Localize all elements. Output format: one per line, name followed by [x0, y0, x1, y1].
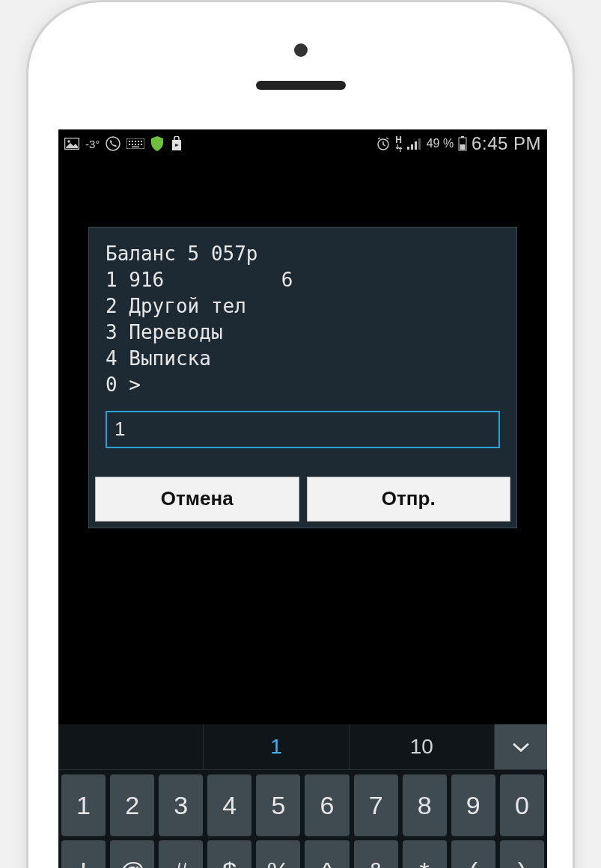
svg-rect-7	[138, 141, 139, 142]
battery-icon	[458, 136, 467, 151]
keyboard-indicator-icon	[126, 138, 144, 149]
phone-screen: -3° H	[58, 129, 547, 868]
svg-rect-12	[138, 144, 139, 145]
status-bar-left: -3°	[64, 136, 183, 151]
phone-camera	[294, 43, 308, 57]
keyboard: 1 10 1234567890 !@#$%^&*()	[58, 724, 547, 868]
phone-speaker	[256, 81, 346, 90]
status-bar: -3° H	[58, 129, 547, 158]
svg-rect-22	[460, 144, 466, 150]
send-button[interactable]: Отпр.	[307, 477, 511, 522]
suggestion-bar: 1 10	[58, 724, 547, 770]
svg-rect-18	[415, 141, 417, 150]
chevron-down-icon	[511, 741, 531, 753]
symbol-key-7[interactable]: *	[403, 840, 447, 868]
ussd-input[interactable]	[106, 411, 500, 448]
signal-icon	[407, 138, 422, 150]
svg-rect-11	[135, 144, 136, 145]
ussd-message: Баланс 5 057р 1 916 6 2 Другой тел 3 Пер…	[106, 241, 500, 399]
digit-key-5[interactable]: 6	[305, 774, 349, 836]
shield-icon	[150, 136, 164, 151]
svg-point-1	[67, 140, 70, 143]
svg-rect-13	[141, 144, 142, 145]
svg-rect-9	[129, 144, 130, 145]
symbol-key-5[interactable]: ^	[305, 840, 349, 868]
digit-key-7[interactable]: 8	[403, 774, 447, 836]
network-type-icon: H	[395, 135, 403, 152]
phone-shell: -3° H	[26, 0, 575, 868]
symbol-key-6[interactable]: &	[354, 840, 398, 868]
svg-rect-19	[418, 138, 421, 150]
digit-key-2[interactable]: 3	[159, 774, 203, 836]
cancel-button[interactable]: Отмена	[95, 477, 299, 522]
digit-key-3[interactable]: 4	[207, 774, 251, 836]
symbol-key-1[interactable]: @	[110, 840, 154, 868]
svg-rect-6	[135, 141, 136, 142]
alarm-icon	[376, 136, 391, 151]
dialog-body: Баланс 5 057р 1 916 6 2 Другой тел 3 Пер…	[89, 227, 516, 471]
suggestion-3[interactable]: 10	[350, 724, 495, 769]
ussd-dialog: Баланс 5 057р 1 916 6 2 Другой тел 3 Пер…	[88, 227, 517, 528]
keyboard-row-1: 1234567890	[61, 774, 544, 836]
svg-rect-4	[129, 141, 130, 142]
keyboard-row-2: !@#$%^&*()	[61, 840, 544, 868]
symbol-key-2[interactable]: #	[159, 840, 203, 868]
suggestion-1[interactable]	[58, 724, 204, 769]
symbol-key-3[interactable]: $	[207, 840, 251, 868]
symbol-key-9[interactable]: )	[500, 840, 544, 868]
svg-rect-17	[411, 144, 413, 150]
keyboard-rows: 1234567890 !@#$%^&*()	[58, 770, 547, 868]
play-store-icon	[170, 136, 183, 151]
digit-key-4[interactable]: 5	[256, 774, 300, 836]
digit-key-9[interactable]: 0	[500, 774, 544, 836]
digit-key-0[interactable]: 1	[61, 774, 106, 836]
svg-point-2	[106, 137, 120, 150]
svg-rect-10	[132, 144, 133, 145]
svg-rect-8	[141, 141, 142, 142]
svg-rect-14	[132, 147, 139, 148]
collapse-keyboard-button[interactable]	[495, 724, 547, 769]
clock-text: 6:45 PM	[472, 133, 541, 154]
suggestion-2[interactable]: 1	[204, 724, 349, 769]
battery-percent-text: 49 %	[427, 137, 454, 150]
svg-rect-5	[132, 141, 133, 142]
temperature-text: -3°	[85, 138, 100, 150]
svg-rect-16	[407, 147, 409, 150]
digit-key-1[interactable]: 2	[110, 774, 154, 836]
picture-icon	[64, 138, 79, 150]
symbol-key-4[interactable]: %	[256, 840, 300, 868]
digit-key-8[interactable]: 9	[451, 774, 495, 836]
digit-key-6[interactable]: 7	[354, 774, 398, 836]
status-bar-right: H 49 % 6:45 PM	[376, 133, 541, 154]
symbol-key-8[interactable]: (	[451, 840, 495, 868]
dialog-buttons: Отмена Отпр.	[89, 471, 516, 528]
symbol-key-0[interactable]: !	[61, 840, 106, 868]
viber-icon	[106, 136, 120, 151]
